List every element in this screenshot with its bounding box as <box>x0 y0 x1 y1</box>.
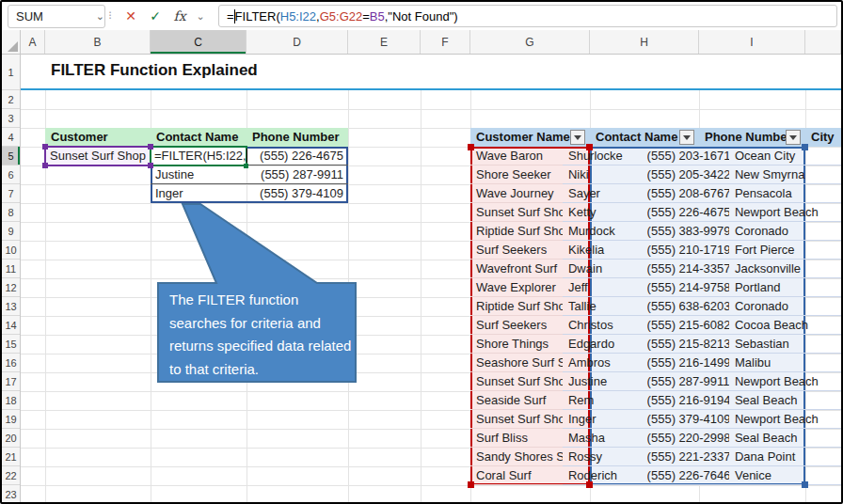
cell[interactable]: Ketty <box>563 203 647 222</box>
cell[interactable]: Riptide Surf Shop <box>470 222 563 241</box>
cell[interactable]: (555) 379-4109 <box>647 410 729 429</box>
cell[interactable]: Riptide Surf Shop <box>470 297 563 316</box>
range-handle[interactable] <box>802 481 808 488</box>
cell[interactable]: Dwain <box>563 260 647 278</box>
cell[interactable]: (555) 210-1719 <box>647 241 729 260</box>
cell[interactable]: Wave Journey <box>470 184 563 203</box>
cell[interactable]: Justine <box>563 372 647 391</box>
cell-b5-criteria[interactable]: Sunset Surf Shop <box>44 146 151 166</box>
cell[interactable]: (555) 214-3357 <box>647 260 729 278</box>
cell[interactable]: Fort Pierce <box>729 241 843 260</box>
cell[interactable]: Ocean City <box>729 147 843 165</box>
enter-icon[interactable]: ✓ <box>145 7 166 25</box>
insert-function-icon[interactable]: fx <box>169 7 190 25</box>
row-header-11[interactable]: 11 <box>2 260 20 278</box>
cell[interactable]: (555) 226-4675 <box>647 203 729 222</box>
cell-c6[interactable]: Justine <box>151 165 247 184</box>
cell[interactable]: Shore Things <box>470 335 563 354</box>
row-header-6[interactable]: 6 <box>2 165 20 184</box>
cell-d6[interactable]: (555) 287-9911 <box>247 165 348 184</box>
cell[interactable]: Murdock <box>563 222 647 241</box>
cell[interactable]: Seal Beach <box>729 429 843 448</box>
cell[interactable]: (555) 203-1671 <box>647 147 729 165</box>
left-header-phone-number[interactable]: Phone Number <box>247 128 348 147</box>
range-handle[interactable] <box>468 481 474 488</box>
range-handle[interactable] <box>42 163 48 168</box>
filter-dropdown-icon[interactable] <box>570 130 585 145</box>
chevron-down-icon[interactable]: ⌄ <box>96 11 104 22</box>
row-header-2[interactable]: 2 <box>2 90 20 109</box>
column-header-i[interactable]: I <box>699 30 805 54</box>
column-header-c[interactable]: C <box>151 30 247 54</box>
cell[interactable]: Newport Beach <box>729 410 843 429</box>
cancel-icon[interactable]: ✕ <box>120 7 141 25</box>
row-header-14[interactable]: 14 <box>2 316 20 335</box>
cell[interactable]: (555) 215-6082 <box>647 316 729 335</box>
cell[interactable]: Sayer <box>563 184 647 203</box>
cell[interactable]: Christos <box>563 316 647 335</box>
cell[interactable]: Sunset Surf Shop <box>470 203 563 222</box>
row-header-16[interactable]: 16 <box>2 354 20 372</box>
cell[interactable]: (555) 638-6203 <box>647 297 729 316</box>
cell[interactable]: Surf Seekers <box>470 316 563 335</box>
column-header-g[interactable]: G <box>470 30 590 54</box>
column-header-d[interactable]: D <box>247 30 348 54</box>
range-handle[interactable] <box>586 481 593 488</box>
column-header-b[interactable]: B <box>45 30 151 54</box>
cell[interactable]: Coronado <box>729 297 843 316</box>
column-header-a[interactable]: A <box>21 30 45 54</box>
cell[interactable]: Shore Seeker <box>470 165 563 184</box>
cell[interactable]: Coral Surf <box>470 466 563 485</box>
cell[interactable]: (555) 215-8213 <box>647 335 729 354</box>
range-handle[interactable] <box>802 144 808 150</box>
range-handle[interactable] <box>148 144 153 150</box>
cell[interactable]: Malibu <box>729 354 843 372</box>
cell[interactable]: Ambros <box>563 354 647 372</box>
row-header-1[interactable]: 1 <box>2 55 20 90</box>
cell[interactable]: (555) 214-9758 <box>647 278 729 297</box>
cell[interactable]: Wave Baron <box>470 147 563 165</box>
cell[interactable]: Wave Explorer <box>470 278 563 297</box>
cell[interactable]: Surf Bliss <box>470 429 563 448</box>
cell[interactable]: Seashore Surf Shop <box>470 354 563 372</box>
cell[interactable]: (555) 220-2998 <box>647 429 729 448</box>
cell[interactable]: Roderich <box>563 466 647 485</box>
cell[interactable]: Wavefront Surf <box>470 260 563 278</box>
row-header-21[interactable]: 21 <box>2 448 20 466</box>
cell[interactable]: Jacksonville <box>729 260 843 278</box>
row-header-22[interactable]: 22 <box>2 466 20 485</box>
cell[interactable]: Rem <box>563 391 647 410</box>
cell[interactable]: Pensacola <box>729 184 843 203</box>
range-handle[interactable] <box>586 144 593 150</box>
left-header-customer[interactable]: Customer <box>45 128 151 147</box>
formula-bar-drag-dots-icon[interactable]: ⁝ <box>108 8 111 22</box>
cell[interactable]: Seal Beach <box>729 391 843 410</box>
row-header-8[interactable]: 8 <box>2 203 20 222</box>
row-header-3[interactable]: 3 <box>2 109 20 128</box>
cell[interactable]: Coronado <box>729 222 843 241</box>
range-handle[interactable] <box>42 144 48 150</box>
formula-input[interactable]: =FILTER(H5:I22,G5:G22=B5,"Not Found") <box>218 5 837 27</box>
name-box[interactable]: SUM ⌄ <box>8 5 105 28</box>
cell[interactable]: Shurlocke <box>563 147 647 165</box>
row-header-18[interactable]: 18 <box>2 391 20 410</box>
row-header-10[interactable]: 10 <box>2 241 20 260</box>
cell[interactable]: Niki <box>563 165 647 184</box>
row-header-20[interactable]: 20 <box>2 429 20 448</box>
filter-dropdown-icon[interactable] <box>679 130 694 145</box>
row-header-5[interactable]: 5 <box>2 147 20 165</box>
cell[interactable]: Kikelia <box>563 241 647 260</box>
row-header-4[interactable]: 4 <box>2 128 20 147</box>
cell[interactable]: (555) 216-9194 <box>647 391 729 410</box>
left-header-contact-name[interactable]: Contact Name <box>151 128 247 147</box>
row-header-9[interactable]: 9 <box>2 222 20 241</box>
cell[interactable]: (555) 216-1499 <box>647 354 729 372</box>
cell[interactable]: Edgardo <box>563 335 647 354</box>
row-header-7[interactable]: 7 <box>2 184 20 203</box>
range-handle[interactable] <box>468 144 474 150</box>
right-header-city[interactable]: City <box>805 128 841 147</box>
cell-d5[interactable]: (555) 226-4675 <box>247 147 348 165</box>
row-header-19[interactable]: 19 <box>2 410 20 429</box>
cell-c5-editing[interactable]: =FILTER(H5:I22, <box>150 146 247 166</box>
filter-dropdown-icon[interactable] <box>786 130 801 145</box>
